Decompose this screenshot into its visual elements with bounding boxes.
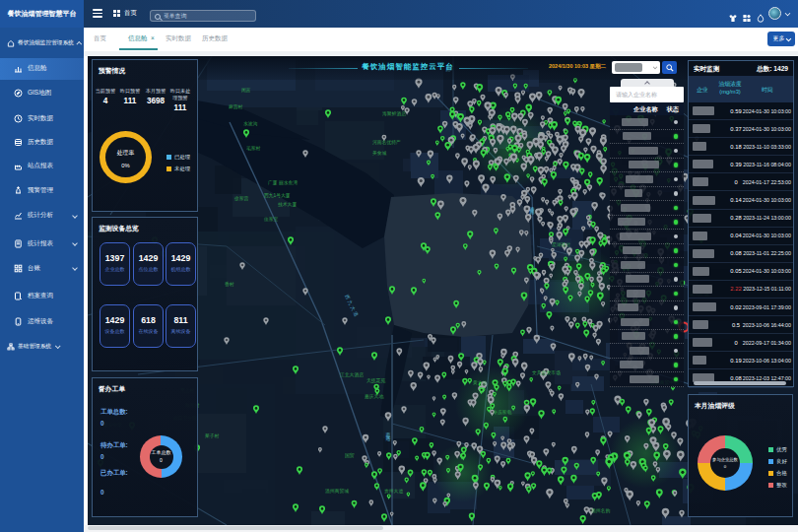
svg-text:麻营村: 麻营村 bbox=[229, 103, 243, 110]
svg-text:温州名购: 温州名购 bbox=[591, 507, 610, 514]
svg-text:国贸: 国贸 bbox=[345, 452, 355, 458]
svg-text:星湖茶社: 星湖茶社 bbox=[552, 242, 570, 247]
svg-text:美食城: 美食城 bbox=[372, 150, 387, 156]
svg-text:香村: 香村 bbox=[225, 281, 234, 288]
svg-text:广厦 丽水金湾: 广厦 丽水金湾 bbox=[268, 179, 298, 186]
svg-text:黄大仙: 黄大仙 bbox=[473, 380, 488, 385]
svg-text:海聚鲜酒店: 海聚鲜酒店 bbox=[382, 110, 406, 117]
svg-text:徐家营: 徐家营 bbox=[233, 195, 249, 202]
svg-text:天统花苑: 天统花苑 bbox=[366, 377, 385, 384]
svg-text:江北大酒店: 江北大酒店 bbox=[339, 371, 364, 378]
svg-text:河南名优特产: 河南名优特产 bbox=[372, 139, 401, 146]
svg-text:毛家村: 毛家村 bbox=[246, 145, 261, 152]
svg-text:闲言: 闲言 bbox=[241, 87, 251, 94]
svg-text:佳家宝: 佳家宝 bbox=[263, 216, 279, 222]
svg-text:冷冻家电: 冷冻家电 bbox=[493, 409, 511, 415]
svg-text:嘉庆天地: 嘉庆天地 bbox=[365, 393, 383, 400]
svg-text:温州商贸城: 温州商贸城 bbox=[325, 488, 349, 494]
svg-text:文具批发市场: 文具批发市场 bbox=[532, 369, 561, 376]
svg-text:贵州大道: 贵州大道 bbox=[384, 489, 403, 494]
